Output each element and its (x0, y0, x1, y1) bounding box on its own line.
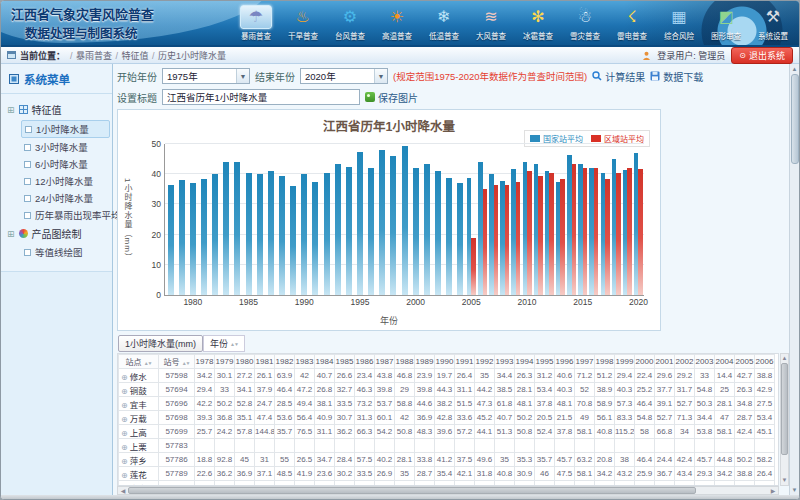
national-station-bar[interactable] (279, 176, 285, 295)
national-station-bar[interactable] (413, 168, 419, 295)
year-column-header[interactable]: 1997 (575, 355, 595, 369)
expand-row-icon[interactable]: ⊕ (121, 471, 128, 480)
regional-station-bar[interactable] (471, 238, 476, 295)
station-name-cell[interactable]: ⊕铜鼓 (119, 383, 159, 397)
regional-station-bar[interactable] (549, 173, 554, 295)
toolbar-item-9[interactable]: ☇雷电普查 (609, 5, 655, 41)
end-year-select[interactable]: 2020年 ▼ (300, 68, 388, 84)
regional-station-bar[interactable] (538, 176, 543, 295)
unit-button[interactable]: 1小时降水量(mm) (118, 335, 203, 352)
toolbar-item-6[interactable]: ≋大风普查 (468, 5, 514, 41)
year-column-header[interactable]: 1982 (275, 355, 295, 369)
expander-icon[interactable]: ⊞ (7, 105, 15, 115)
national-station-bar[interactable] (168, 185, 174, 295)
year-column-header[interactable]: 1987 (375, 355, 395, 369)
regional-station-bar[interactable] (516, 182, 521, 295)
regional-station-bar[interactable] (605, 179, 610, 295)
checkbox-icon[interactable] (24, 249, 31, 256)
sidebar-group-1[interactable]: ⊞特征值 (5, 100, 110, 119)
year-column-header[interactable]: 2006 (755, 355, 775, 369)
year-column-header[interactable]: 1992 (475, 355, 495, 369)
year-column-header[interactable]: 1995 (535, 355, 555, 369)
year-column-header[interactable]: 1981 (255, 355, 275, 369)
national-station-bar[interactable] (246, 173, 252, 295)
expand-row-icon[interactable]: ⊕ (121, 373, 128, 382)
national-station-bar[interactable] (435, 171, 441, 295)
sidebar-item[interactable]: 24小时降水量 (21, 190, 110, 206)
toolbar-item-8[interactable]: ☃雪灾普查 (562, 5, 608, 41)
scroll-down-icon[interactable]: ▼ (782, 476, 788, 485)
national-station-bar[interactable] (268, 171, 274, 295)
toolbar-item-5[interactable]: ❄低温普查 (421, 5, 467, 41)
sidebar-item[interactable]: 等值线绘图 (21, 244, 110, 260)
year-column-header[interactable]: 2003 (695, 355, 715, 369)
scroll-down-icon[interactable]: ▼ (792, 485, 798, 495)
national-station-bar[interactable] (257, 174, 263, 295)
expand-row-icon[interactable]: ⊕ (121, 429, 128, 438)
year-column-header[interactable]: 1983 (295, 355, 315, 369)
regional-station-bar[interactable] (616, 173, 621, 295)
scroll-left-icon[interactable]: ◀ (118, 487, 128, 494)
regional-station-bar[interactable] (527, 171, 532, 295)
sidebar-item[interactable]: 3小时降水量 (21, 139, 110, 155)
national-station-bar[interactable] (301, 174, 307, 295)
national-station-bar[interactable] (179, 180, 185, 295)
national-station-bar[interactable] (346, 167, 352, 295)
national-station-bar[interactable] (201, 179, 207, 295)
scroll-thumb[interactable] (128, 487, 696, 494)
year-column-header[interactable]: 1980 (235, 355, 255, 369)
year-column-header[interactable]: 1990 (435, 355, 455, 369)
breadcrumb-segment[interactable]: 暴雨普查 (76, 51, 112, 61)
checkbox-icon[interactable] (24, 144, 31, 151)
national-station-bar[interactable] (402, 146, 408, 295)
station-name-cell[interactable]: ⊕萍乡 (119, 453, 159, 467)
year-column-header[interactable]: 1984 (315, 355, 335, 369)
year-column-header[interactable]: 2001 (655, 355, 675, 369)
expand-row-icon[interactable]: ⊕ (121, 443, 128, 452)
national-station-bar[interactable] (290, 186, 296, 295)
regional-station-bar[interactable] (505, 185, 510, 295)
national-station-bar[interactable] (368, 168, 374, 295)
expand-row-icon[interactable]: ⊕ (121, 387, 128, 396)
toolbar-item-1[interactable]: ☂暴雨普查 (233, 5, 279, 41)
checkbox-icon[interactable] (25, 126, 32, 133)
calculate-button[interactable]: 计算结果 (592, 69, 645, 84)
sidebar-item[interactable]: 历年暴雨出现率平均值图 (21, 207, 110, 223)
station-name-cell[interactable]: ⊕莲花 (119, 467, 159, 481)
breadcrumb-segment[interactable]: 历史1小时降水量 (158, 51, 226, 61)
national-station-bar[interactable] (390, 156, 396, 295)
toolbar-item-12[interactable]: ⚒系统设置 (750, 5, 796, 41)
national-station-bar[interactable] (357, 152, 363, 295)
scroll-up-icon[interactable]: ▲ (782, 354, 788, 363)
checkbox-icon[interactable] (24, 178, 31, 185)
regional-station-bar[interactable] (483, 189, 488, 295)
station-name-cell[interactable]: ⊕修水 (119, 369, 159, 383)
national-station-bar[interactable] (190, 183, 196, 295)
toolbar-item-2[interactable]: ♨干旱普查 (280, 5, 326, 41)
national-station-bar[interactable] (223, 162, 229, 295)
sidebar-group-2[interactable]: ⊞产品图绘制 (5, 224, 110, 243)
checkbox-icon[interactable] (24, 212, 31, 219)
start-year-select[interactable]: 1975年 ▼ (162, 68, 250, 84)
checkbox-icon[interactable] (24, 161, 31, 168)
year-column-header[interactable]: 1994 (515, 355, 535, 369)
expander-icon[interactable]: ⊞ (7, 229, 15, 239)
year-column-header[interactable]: 2005 (735, 355, 755, 369)
toolbar-item-7[interactable]: ✻冰雹普查 (515, 5, 561, 41)
table-vertical-scrollbar[interactable]: ▲ ▼ (780, 353, 789, 486)
regional-station-bar[interactable] (627, 168, 632, 295)
year-column-header[interactable]: 1998 (595, 355, 615, 369)
sidebar-item[interactable]: 6小时降水量 (21, 156, 110, 172)
toolbar-item-10[interactable]: ▦综合风险 (656, 5, 702, 41)
scroll-right-icon[interactable]: ▶ (768, 487, 778, 494)
national-station-bar[interactable] (457, 183, 463, 295)
save-image-button[interactable]: 保存图片 (365, 90, 418, 105)
year-sort-header[interactable]: 年份 ▲▼ (203, 335, 245, 352)
year-column-header[interactable]: 2000 (635, 355, 655, 369)
toolbar-item-11[interactable]: ◩图形审查 (703, 5, 749, 41)
scroll-thumb[interactable] (781, 363, 788, 455)
regional-station-bar[interactable] (560, 179, 565, 295)
national-station-bar[interactable] (424, 164, 430, 295)
scroll-thumb[interactable] (791, 74, 799, 164)
regional-station-bar[interactable] (494, 185, 499, 295)
